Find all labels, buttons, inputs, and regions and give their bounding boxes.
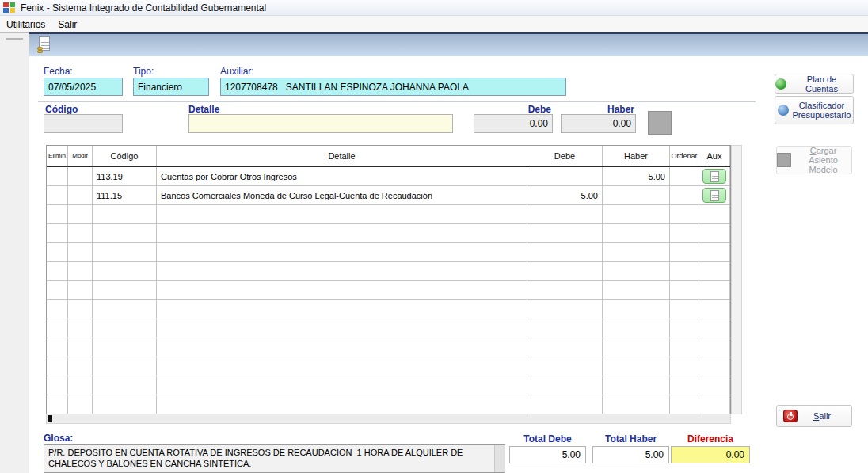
app-window: Fenix - Sistema Integrado de Contabilida… — [0, 0, 868, 473]
col-debe[interactable]: Debe — [527, 146, 603, 166]
separator-line — [38, 101, 756, 102]
col-haber[interactable]: Haber — [603, 146, 670, 166]
gray-square-icon — [777, 153, 791, 167]
auxiliar-label: Auxiliar: — [220, 66, 254, 77]
diferencia-field: 0.00 — [671, 446, 750, 463]
table-row[interactable]: 113.19 Cuentas por Cobrar Otros Ingresos… — [47, 167, 730, 186]
tipo-label: Tipo: — [133, 66, 154, 77]
clasificador-presupuestario-button[interactable]: ClasificadorPresupuestario — [775, 96, 854, 124]
table-row[interactable] — [47, 262, 730, 281]
power-icon — [783, 410, 798, 422]
col-detalle[interactable]: Detalle — [157, 146, 527, 166]
total-debe-field: 5.00 — [509, 446, 586, 463]
cell-codigo: 111.15 — [93, 186, 157, 204]
table-vertical-scrollbar[interactable] — [731, 145, 742, 414]
left-panel[interactable] — [0, 32, 29, 473]
table-row[interactable] — [47, 395, 730, 414]
codigo-entry-label: Código — [45, 104, 78, 115]
tipo-input[interactable]: Financiero — [133, 78, 209, 96]
fecha-input[interactable]: 07/05/2025 — [44, 78, 123, 96]
table-row[interactable] — [47, 224, 730, 243]
toolbar — [29, 32, 868, 56]
window-title: Fenix - Sistema Integrado de Contabilida… — [21, 2, 266, 13]
detalle-entry-label: Detalle — [188, 104, 219, 115]
table-horizontal-scrollbar[interactable] — [46, 414, 731, 424]
haber-entry-label: Haber — [561, 104, 634, 115]
table-row[interactable] — [47, 319, 730, 338]
detalle-entry-input[interactable] — [188, 114, 453, 133]
fecha-label: Fecha: — [44, 66, 73, 77]
glosa-label: Glosa: — [44, 433, 73, 444]
debe-entry-label: Debe — [474, 104, 551, 115]
cell-detalle: Bancos Comerciales Moneda de Curso Legal… — [157, 186, 527, 204]
col-ordenar[interactable]: Ordenar — [670, 146, 699, 166]
diferencia-label: Diferencia — [671, 433, 750, 444]
debe-entry-input[interactable]: 0.00 — [474, 114, 553, 133]
title-bar: Fenix - Sistema Integrado de Contabilida… — [0, 0, 868, 16]
aux-button[interactable] — [702, 169, 726, 184]
panel-splitter-handle[interactable] — [6, 38, 23, 40]
cell-codigo: 113.19 — [93, 167, 157, 185]
table-row[interactable] — [47, 281, 730, 300]
green-sphere-icon — [775, 78, 786, 90]
col-aux[interactable]: Aux — [699, 146, 730, 166]
total-haber-field: 5.00 — [592, 446, 669, 463]
table-header-row: Elimin Modif Código Detalle Debe Haber O… — [47, 146, 730, 167]
col-modif[interactable]: Modif — [68, 146, 93, 166]
auxiliar-input[interactable]: 1207708478 SANTILLAN ESPINOZA JOHANNA PA… — [220, 78, 566, 96]
entries-table: Elimin Modif Código Detalle Debe Haber O… — [46, 145, 731, 415]
haber-entry-input[interactable]: 0.00 — [561, 114, 636, 133]
cell-detalle: Cuentas por Cobrar Otros Ingresos — [157, 167, 527, 185]
add-entry-button[interactable] — [648, 111, 672, 135]
scrollbar-thumb[interactable] — [48, 415, 52, 422]
cargar-asiento-modelo-button: Cargar AsientoModelo — [776, 146, 852, 174]
total-debe-label: Total Debe — [509, 433, 586, 444]
table-row[interactable] — [47, 300, 730, 319]
table-row[interactable] — [47, 357, 730, 376]
cell-haber: 5.00 — [603, 167, 670, 185]
cell-haber — [603, 186, 670, 204]
col-elimin[interactable]: Elimin — [47, 146, 68, 166]
table-row[interactable] — [47, 376, 730, 395]
blue-sphere-icon — [778, 105, 789, 116]
cell-debe: 5.00 — [527, 186, 603, 204]
aux-button[interactable] — [702, 188, 726, 203]
table-row[interactable] — [47, 243, 730, 262]
salir-button[interactable]: Salir — [776, 405, 852, 427]
plan-de-cuentas-button[interactable]: Plan de Cuentas — [775, 74, 854, 94]
app-logo-icon — [3, 2, 16, 13]
glosa-textarea[interactable]: P/R. DEPOSITO EN CUENTA ROTATIVA DE INGR… — [44, 444, 505, 473]
menu-utilitarios[interactable]: Utilitarios — [0, 17, 51, 32]
total-haber-label: Total Haber — [592, 433, 669, 444]
cell-debe — [527, 167, 603, 185]
table-row[interactable]: 111.15 Bancos Comerciales Moneda de Curs… — [47, 186, 730, 205]
menu-bar: Utilitarios Salir — [0, 16, 868, 32]
col-codigo[interactable]: Código — [93, 146, 157, 166]
table-row[interactable] — [47, 205, 730, 224]
new-entry-document-icon[interactable] — [37, 36, 55, 54]
notepad-icon — [710, 190, 719, 201]
codigo-entry-input[interactable] — [44, 114, 123, 133]
notepad-icon — [710, 171, 719, 182]
menu-salir[interactable]: Salir — [51, 17, 83, 32]
table-row[interactable] — [47, 338, 730, 357]
glosa-scrollbar[interactable] — [494, 445, 505, 472]
